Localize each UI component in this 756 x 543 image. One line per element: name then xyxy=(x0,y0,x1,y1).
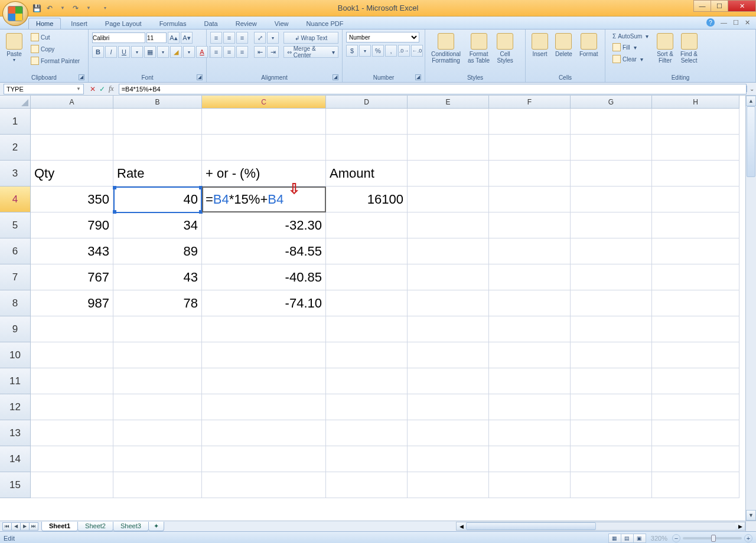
sheet-tab-2[interactable]: Sheet2 xyxy=(77,522,113,531)
scroll-thumb[interactable] xyxy=(747,106,755,177)
col-header-e[interactable]: E xyxy=(408,96,489,109)
cell-H1[interactable] xyxy=(652,109,739,135)
cell-F8[interactable] xyxy=(489,290,571,316)
scroll-up-icon[interactable]: ▲ xyxy=(746,96,756,106)
cell-G5[interactable] xyxy=(571,212,652,238)
cell-H8[interactable] xyxy=(652,290,739,316)
number-format-select[interactable]: Number xyxy=(346,32,419,42)
cell-B12[interactable] xyxy=(113,394,202,420)
maximize-button[interactable]: ☐ xyxy=(711,0,728,12)
cell-B13[interactable] xyxy=(113,420,202,446)
cell-B10[interactable] xyxy=(113,342,202,368)
font-color-button[interactable]: A xyxy=(196,46,208,58)
scroll-left-icon[interactable]: ◀ xyxy=(457,522,466,530)
font-name-input[interactable] xyxy=(92,32,145,43)
cell-A4[interactable]: 350 xyxy=(31,187,113,212)
insert-function-icon[interactable]: fx xyxy=(109,84,114,93)
formula-input[interactable]: =B4*15%+B4 xyxy=(119,84,747,94)
cell-A10[interactable] xyxy=(31,342,113,368)
border-button[interactable]: ▦ xyxy=(144,46,156,58)
increase-decimal-button[interactable]: .0→ xyxy=(398,45,410,57)
cell-E9[interactable] xyxy=(408,316,489,342)
row-header-11[interactable]: 11 xyxy=(0,368,31,394)
autosum-button[interactable]: ΣAutoSum ▾ xyxy=(609,32,652,41)
cell-B2[interactable] xyxy=(113,135,202,161)
row-header-2[interactable]: 2 xyxy=(0,135,31,161)
cell-D3[interactable]: Amount xyxy=(326,161,408,187)
cell-D9[interactable] xyxy=(326,316,408,342)
cell-C7[interactable]: -40.85 xyxy=(202,264,326,290)
cell-A13[interactable] xyxy=(31,420,113,446)
font-dialog-launcher[interactable]: ◢ xyxy=(197,74,203,80)
horizontal-scrollbar[interactable]: ◀ ▶ xyxy=(456,522,745,531)
view-page-break-icon[interactable]: ▣ xyxy=(633,534,646,543)
cell-G7[interactable] xyxy=(571,264,652,290)
cell-D13[interactable] xyxy=(326,420,408,446)
cell-D1[interactable] xyxy=(326,109,408,135)
cell-H12[interactable] xyxy=(652,394,739,420)
cell-H10[interactable] xyxy=(652,342,739,368)
bold-button[interactable]: B xyxy=(92,46,104,58)
align-middle-button[interactable]: ≡ xyxy=(223,32,235,44)
cell-B4[interactable]: 40 xyxy=(113,187,202,212)
cell-F7[interactable] xyxy=(489,264,571,290)
cell-D4[interactable]: 16100 xyxy=(326,187,408,212)
cell-G2[interactable] xyxy=(571,135,652,161)
cell-G6[interactable] xyxy=(571,238,652,264)
cell-B1[interactable] xyxy=(113,109,202,135)
tab-home[interactable]: Home xyxy=(28,18,61,29)
align-left-button[interactable]: ≡ xyxy=(210,46,222,58)
row-header-15[interactable]: 15 xyxy=(0,472,31,498)
cell-D10[interactable] xyxy=(326,342,408,368)
cell-E4[interactable] xyxy=(408,187,489,212)
cell-H4[interactable] xyxy=(652,187,739,212)
close-button[interactable]: ✕ xyxy=(728,0,756,12)
row-header-7[interactable]: 7 xyxy=(0,264,31,290)
col-header-d[interactable]: D xyxy=(326,96,408,109)
cell-H3[interactable] xyxy=(652,161,739,187)
decrease-decimal-button[interactable]: ←.0 xyxy=(411,45,423,57)
select-all-corner[interactable] xyxy=(0,96,31,109)
cell-D11[interactable] xyxy=(326,368,408,394)
row-header-4[interactable]: 4 xyxy=(0,187,31,212)
minimize-button[interactable]: — xyxy=(693,0,711,12)
cell-H13[interactable] xyxy=(652,420,739,446)
scroll-down-icon[interactable]: ▼ xyxy=(746,510,756,521)
cell-E3[interactable] xyxy=(408,161,489,187)
cell-E13[interactable] xyxy=(408,420,489,446)
sort-filter-button[interactable]: Sort &Filter xyxy=(654,32,676,65)
zoom-in-button[interactable]: + xyxy=(744,534,752,542)
format-painter-button[interactable]: Format Painter xyxy=(27,55,83,66)
vertical-scrollbar[interactable]: ▲ ▼ xyxy=(745,96,756,521)
help-icon[interactable]: ? xyxy=(706,18,715,27)
cell-G12[interactable] xyxy=(571,394,652,420)
sheet-nav-prev-icon[interactable]: ◀ xyxy=(11,522,21,531)
cell-A14[interactable] xyxy=(31,446,113,472)
cell-G13[interactable] xyxy=(571,420,652,446)
alignment-dialog-launcher[interactable]: ◢ xyxy=(333,74,338,80)
name-box[interactable]: TYPE▼ xyxy=(4,84,84,94)
row-header-3[interactable]: 3 xyxy=(0,161,31,187)
cell-B11[interactable] xyxy=(113,368,202,394)
scroll-right-icon[interactable]: ▶ xyxy=(735,522,745,530)
cell-G1[interactable] xyxy=(571,109,652,135)
underline-button[interactable]: U xyxy=(118,46,130,58)
cancel-formula-icon[interactable]: ✕ xyxy=(90,85,96,93)
cell-H6[interactable] xyxy=(652,238,739,264)
fill-button[interactable]: Fill ▾ xyxy=(609,42,652,53)
cell-C1[interactable] xyxy=(202,109,326,135)
col-header-c[interactable]: C xyxy=(202,96,326,109)
workbook-restore-icon[interactable]: ☐ xyxy=(733,19,739,27)
percent-button[interactable]: % xyxy=(372,45,384,57)
enter-formula-icon[interactable]: ✓ xyxy=(99,85,105,93)
cell-D2[interactable] xyxy=(326,135,408,161)
sheet-nav-last-icon[interactable]: ⏭ xyxy=(29,522,38,531)
cell-A7[interactable]: 767 xyxy=(31,264,113,290)
cell-G3[interactable] xyxy=(571,161,652,187)
tab-review[interactable]: Review xyxy=(228,18,265,29)
cell-E6[interactable] xyxy=(408,238,489,264)
view-page-layout-icon[interactable]: ▤ xyxy=(621,534,634,543)
cell-B7[interactable]: 43 xyxy=(113,264,202,290)
hscroll-thumb[interactable] xyxy=(466,522,596,530)
cell-C14[interactable] xyxy=(202,446,326,472)
